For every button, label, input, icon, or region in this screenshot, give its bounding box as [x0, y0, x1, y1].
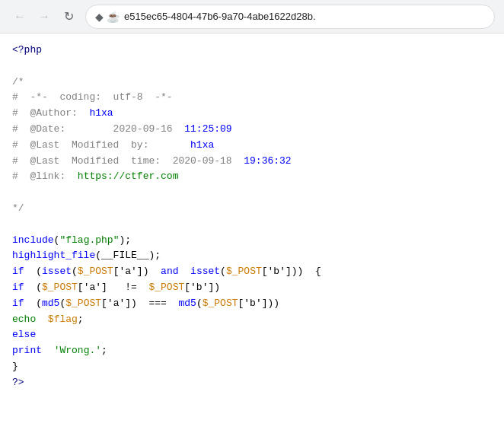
- comment-last-modified-time: # @Last Modified time: 2020-09-18 19:36:…: [12, 154, 492, 170]
- include-line: include("flag.php");: [12, 233, 492, 249]
- comment-author: # @Author: h1xa: [12, 106, 492, 122]
- comment-date: # @Date: 2020-09-16 11:25:09: [12, 122, 492, 138]
- else-line: else: [12, 327, 492, 343]
- comment-coding: # -*- coding: utf-8 -*-: [12, 90, 492, 106]
- empty-line-2: [12, 185, 492, 201]
- closing-brace: }: [12, 359, 492, 375]
- forward-button[interactable]: →: [33, 6, 55, 27]
- comment-close: */: [12, 201, 492, 217]
- address-bar[interactable]: ◆ ☕ e515ec65-4804-47b6-9a70-4abe1622d28b…: [85, 5, 495, 29]
- if-line-1: if (isset($_POST['a']) and isset($_POST[…: [12, 264, 492, 280]
- security-icons: ◆ ☕: [95, 11, 120, 23]
- back-button[interactable]: ←: [9, 6, 30, 27]
- empty-line-1: [12, 59, 492, 75]
- if-line-3: if (md5($_POST['a']) === md5($_POST['b']…: [12, 296, 492, 312]
- comment-last-modified-by: # @Last Modified by: h1xa: [12, 138, 492, 154]
- print-line: print 'Wrong.';: [12, 343, 492, 359]
- echo-line: echo $flag;: [12, 312, 492, 328]
- if-line-2: if ($_POST['a'] != $_POST['b']): [12, 280, 492, 296]
- shield-icon: ◆: [95, 11, 104, 23]
- comment-open: /*: [12, 75, 492, 91]
- php-close-tag: ?>: [12, 375, 492, 391]
- warning-icon: ☕: [107, 11, 120, 23]
- php-open-tag: <?php: [12, 43, 492, 59]
- url-text: e515ec65-4804-47b6-9a70-4abe1622d28b.: [124, 11, 485, 22]
- browser-chrome: ← → ↻ ◆ ☕ e515ec65-4804-47b6-9a70-4abe16…: [0, 0, 504, 33]
- comment-link: # @link: https://ctfer.com: [12, 169, 492, 185]
- refresh-button[interactable]: ↻: [58, 6, 79, 27]
- code-content: <?php /* # -*- coding: utf-8 -*- # @Auth…: [0, 33, 504, 433]
- highlight-file-line: highlight_file(__FILE__);: [12, 248, 492, 264]
- empty-line-3: [12, 217, 492, 233]
- nav-buttons: ← → ↻: [9, 6, 79, 27]
